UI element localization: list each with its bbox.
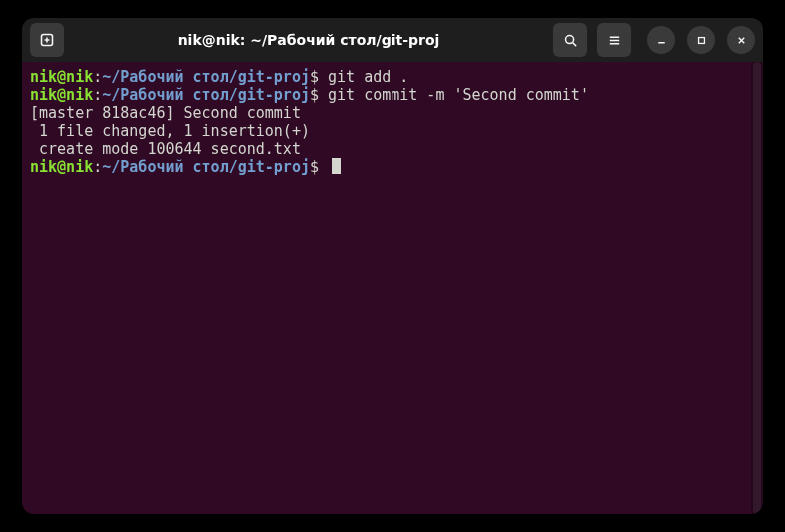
prompt-user: nik@nik (30, 158, 93, 176)
command-text: git commit -m 'Second commit' (328, 86, 589, 104)
terminal-line: nik@nik:~/Рабочий стол/git-proj$ (30, 158, 755, 176)
search-button[interactable] (553, 23, 587, 57)
headerbar: nik@nik: ~/Рабочий стол/git-proj (22, 18, 763, 62)
prompt-path: ~/Рабочий стол/git-proj (102, 86, 310, 104)
hamburger-icon (607, 33, 622, 48)
terminal-line: [master 818ac46] Second commit (30, 104, 755, 122)
terminal-line: 1 file changed, 1 insertion(+) (30, 122, 755, 140)
prompt-symbol: $ (310, 68, 328, 86)
prompt-colon: : (93, 68, 102, 86)
prompt-path: ~/Рабочий стол/git-proj (102, 158, 310, 176)
svg-line-4 (572, 42, 575, 45)
prompt-user: nik@nik (30, 68, 93, 86)
maximize-icon (696, 35, 707, 46)
prompt-user: nik@nik (30, 86, 93, 104)
prompt-symbol: $ (310, 86, 328, 104)
close-icon (736, 35, 747, 46)
minimize-button[interactable] (647, 26, 675, 54)
close-button[interactable] (727, 26, 755, 54)
new-tab-icon (39, 32, 55, 48)
scrollbar[interactable] (751, 62, 763, 514)
window-title: nik@nik: ~/Рабочий стол/git-proj (72, 32, 545, 48)
new-tab-button[interactable] (30, 23, 64, 57)
svg-point-3 (565, 35, 573, 43)
svg-rect-9 (698, 37, 704, 43)
terminal-window: nik@nik: ~/Рабочий стол/git-proj (22, 18, 763, 514)
terminal-line: create mode 100644 second.txt (30, 140, 755, 158)
prompt-path: ~/Рабочий стол/git-proj (102, 68, 310, 86)
terminal-body[interactable]: nik@nik:~/Рабочий стол/git-proj$ git add… (22, 62, 763, 514)
headerbar-right (553, 23, 755, 57)
menu-button[interactable] (597, 23, 631, 57)
prompt-colon: : (93, 86, 102, 104)
prompt-symbol: $ (310, 158, 328, 176)
scroll-thumb[interactable] (753, 62, 761, 514)
prompt-colon: : (93, 158, 102, 176)
minimize-icon (656, 35, 667, 46)
window-controls (647, 26, 755, 54)
search-icon (563, 33, 578, 48)
command-text: git add . (328, 68, 408, 86)
maximize-button[interactable] (687, 26, 715, 54)
terminal-line: nik@nik:~/Рабочий стол/git-proj$ git com… (30, 86, 755, 104)
terminal-line: nik@nik:~/Рабочий стол/git-proj$ git add… (30, 68, 755, 86)
cursor (332, 158, 341, 174)
